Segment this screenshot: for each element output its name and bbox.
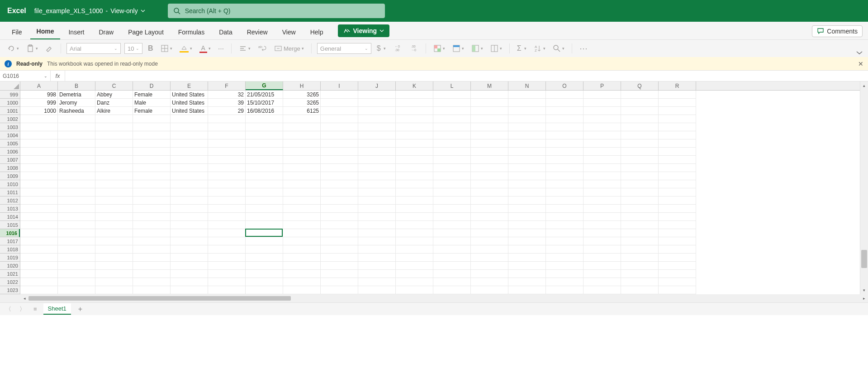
- cell[interactable]: [20, 286, 58, 294]
- cell[interactable]: [358, 237, 396, 245]
- cell[interactable]: [621, 229, 659, 237]
- cell[interactable]: [95, 262, 133, 270]
- sheet-prev-button[interactable]: 〈: [4, 305, 13, 313]
- cell[interactable]: [208, 196, 246, 205]
- horizontal-scrollbar[interactable]: ◂ ▸: [0, 294, 868, 302]
- cell[interactable]: [621, 196, 659, 205]
- cell[interactable]: [546, 164, 583, 172]
- cell[interactable]: [321, 148, 358, 156]
- number-format-select[interactable]: General⌄: [317, 43, 371, 54]
- cell[interactable]: [396, 115, 433, 123]
- cell[interactable]: [283, 172, 321, 180]
- row-header[interactable]: 1001: [0, 107, 20, 115]
- cell[interactable]: [171, 221, 208, 229]
- cell[interactable]: [433, 213, 471, 221]
- cell[interactable]: [508, 139, 546, 148]
- cell[interactable]: [396, 148, 433, 156]
- cell[interactable]: [508, 254, 546, 262]
- cell[interactable]: [659, 221, 696, 229]
- add-sheet-button[interactable]: +: [76, 305, 85, 313]
- merge-button[interactable]: Merge ▾: [272, 43, 306, 54]
- cell[interactable]: [659, 213, 696, 221]
- cell[interactable]: [133, 221, 171, 229]
- cell[interactable]: [95, 254, 133, 262]
- cell[interactable]: [659, 99, 696, 107]
- cell[interactable]: [396, 237, 433, 245]
- cell[interactable]: [283, 270, 321, 278]
- cell[interactable]: [246, 164, 283, 172]
- cell[interactable]: [133, 172, 171, 180]
- cell[interactable]: [321, 221, 358, 229]
- cell[interactable]: [171, 123, 208, 131]
- cell[interactable]: [508, 188, 546, 196]
- cell[interactable]: 16/08/2016: [246, 107, 283, 115]
- cell[interactable]: [508, 99, 546, 107]
- cell[interactable]: [546, 91, 583, 99]
- cell[interactable]: [246, 262, 283, 270]
- cell[interactable]: [358, 91, 396, 99]
- cell[interactable]: [659, 196, 696, 205]
- cell[interactable]: [659, 180, 696, 188]
- cell[interactable]: [546, 237, 583, 245]
- cell[interactable]: [133, 196, 171, 205]
- cell[interactable]: [583, 123, 621, 131]
- cell[interactable]: [95, 172, 133, 180]
- cell[interactable]: [659, 115, 696, 123]
- cell[interactable]: [321, 107, 358, 115]
- cell[interactable]: [433, 254, 471, 262]
- cell[interactable]: [583, 221, 621, 229]
- cell[interactable]: [208, 164, 246, 172]
- cell[interactable]: [583, 262, 621, 270]
- cell[interactable]: [95, 123, 133, 131]
- cell[interactable]: [171, 278, 208, 286]
- cell[interactable]: [133, 229, 171, 237]
- cell[interactable]: [171, 115, 208, 123]
- cell[interactable]: [546, 245, 583, 254]
- cell[interactable]: [508, 229, 546, 237]
- cell[interactable]: [20, 221, 58, 229]
- cell[interactable]: [433, 245, 471, 254]
- cell[interactable]: 15/10/2017: [246, 99, 283, 107]
- cell[interactable]: [433, 107, 471, 115]
- row-header[interactable]: 1018: [0, 245, 20, 254]
- cell[interactable]: [133, 270, 171, 278]
- hscroll-thumb[interactable]: [28, 296, 291, 301]
- cell[interactable]: [659, 188, 696, 196]
- cell[interactable]: 39: [208, 99, 246, 107]
- column-header-N[interactable]: N: [508, 81, 546, 90]
- row-header[interactable]: 1003: [0, 123, 20, 131]
- cell[interactable]: [396, 99, 433, 107]
- cell[interactable]: 21/05/2015: [246, 91, 283, 99]
- cell[interactable]: [58, 229, 95, 237]
- cell[interactable]: [246, 221, 283, 229]
- cell[interactable]: [471, 196, 508, 205]
- tab-draw[interactable]: Draw: [92, 25, 120, 39]
- cell[interactable]: [546, 115, 583, 123]
- cell[interactable]: [358, 229, 396, 237]
- cell[interactable]: [546, 286, 583, 294]
- cell[interactable]: [546, 172, 583, 180]
- cell[interactable]: [358, 172, 396, 180]
- column-header-Q[interactable]: Q: [621, 81, 659, 90]
- cell[interactable]: [433, 196, 471, 205]
- banner-close-button[interactable]: ✕: [858, 60, 863, 67]
- cell[interactable]: [283, 237, 321, 245]
- cell[interactable]: [621, 148, 659, 156]
- cell[interactable]: [171, 148, 208, 156]
- cell[interactable]: [396, 123, 433, 131]
- cell[interactable]: [246, 254, 283, 262]
- more-options-button[interactable]: ⋯: [578, 42, 590, 55]
- cell[interactable]: [358, 254, 396, 262]
- cell[interactable]: [171, 286, 208, 294]
- cell[interactable]: [171, 180, 208, 188]
- fx-label[interactable]: fx: [51, 71, 65, 81]
- cell[interactable]: [583, 139, 621, 148]
- cell[interactable]: [621, 213, 659, 221]
- cell[interactable]: [246, 270, 283, 278]
- cell[interactable]: [396, 172, 433, 180]
- row-header[interactable]: 1011: [0, 188, 20, 196]
- cell[interactable]: [58, 245, 95, 254]
- cell[interactable]: [358, 107, 396, 115]
- cell[interactable]: [659, 107, 696, 115]
- cell[interactable]: [358, 188, 396, 196]
